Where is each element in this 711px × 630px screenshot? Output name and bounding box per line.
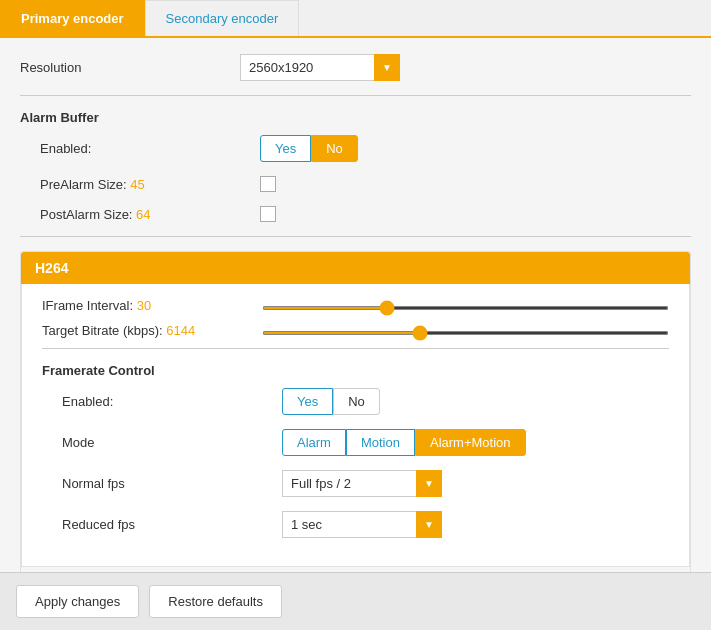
- target-bitrate-label: Target Bitrate (kbps): 6144: [42, 323, 262, 338]
- framerate-control-section: Framerate Control Enabled: Yes No Mode A…: [42, 363, 669, 538]
- target-bitrate-row: Target Bitrate (kbps): 6144: [42, 323, 669, 338]
- reduced-fps-select[interactable]: 1 sec 2 sec 5 sec: [282, 511, 442, 538]
- framerate-enabled-row: Enabled: Yes No: [42, 388, 669, 415]
- normal-fps-label: Normal fps: [62, 476, 282, 491]
- main-content: Resolution 2560x1920 1920x1080 1280x720 …: [0, 38, 711, 572]
- prealarm-checkbox[interactable]: [260, 176, 276, 192]
- prealarm-row: PreAlarm Size: 45: [20, 176, 691, 192]
- iframe-interval-label: IFrame Interval: 30: [42, 298, 262, 313]
- normal-fps-row: Normal fps Full fps / 2 Full fps Full fp…: [42, 470, 669, 497]
- divider-1: [20, 95, 691, 96]
- alarm-buffer-title: Alarm Buffer: [20, 110, 691, 125]
- iframe-interval-slider-wrapper: [262, 298, 669, 313]
- resolution-row: Resolution 2560x1920 1920x1080 1280x720 …: [20, 54, 691, 81]
- prealarm-value: 45: [130, 177, 144, 192]
- alarm-buffer-no-button[interactable]: No: [311, 135, 358, 162]
- h264-header: H264: [21, 252, 690, 284]
- alarm-buffer-section: Alarm Buffer Enabled: Yes No PreAlarm Si…: [20, 110, 691, 222]
- tab-bar: Primary encoder Secondary encoder: [0, 0, 711, 38]
- footer: Apply changes Restore defaults: [0, 572, 711, 630]
- reduced-fps-row: Reduced fps 1 sec 2 sec 5 sec ▼: [42, 511, 669, 538]
- reduced-fps-label: Reduced fps: [62, 517, 282, 532]
- normal-fps-select-wrapper: Full fps / 2 Full fps Full fps / 4 ▼: [282, 470, 442, 497]
- resolution-select-wrapper: 2560x1920 1920x1080 1280x720 640x480 ▼: [240, 54, 400, 81]
- iframe-interval-slider[interactable]: [262, 306, 669, 310]
- mode-alarm-button[interactable]: Alarm: [282, 429, 346, 456]
- target-bitrate-value: 6144: [166, 323, 195, 338]
- alarm-buffer-enabled-group: Yes No: [260, 135, 358, 162]
- h264-box: H264 IFrame Interval: 30 Target Bitrate …: [20, 251, 691, 572]
- normal-fps-select[interactable]: Full fps / 2 Full fps Full fps / 4: [282, 470, 442, 497]
- target-bitrate-slider-wrapper: [262, 323, 669, 338]
- restore-defaults-button[interactable]: Restore defaults: [149, 585, 282, 618]
- postalarm-label: PostAlarm Size: 64: [40, 207, 260, 222]
- mode-motion-button[interactable]: Motion: [346, 429, 415, 456]
- divider-3: [42, 348, 669, 349]
- framerate-mode-group: Alarm Motion Alarm+Motion: [282, 429, 526, 456]
- postalarm-row: PostAlarm Size: 64: [20, 206, 691, 222]
- postalarm-checkbox[interactable]: [260, 206, 276, 222]
- resolution-label: Resolution: [20, 60, 240, 75]
- reduced-fps-select-wrapper: 1 sec 2 sec 5 sec ▼: [282, 511, 442, 538]
- framerate-no-button[interactable]: No: [333, 388, 380, 415]
- framerate-control-title: Framerate Control: [42, 363, 669, 378]
- apply-changes-button[interactable]: Apply changes: [16, 585, 139, 618]
- tab-secondary[interactable]: Secondary encoder: [145, 0, 300, 36]
- framerate-yes-button[interactable]: Yes: [282, 388, 333, 415]
- alarm-buffer-yes-button[interactable]: Yes: [260, 135, 311, 162]
- mode-alarm-motion-button[interactable]: Alarm+Motion: [415, 429, 526, 456]
- framerate-mode-row: Mode Alarm Motion Alarm+Motion: [42, 429, 669, 456]
- iframe-interval-row: IFrame Interval: 30: [42, 298, 669, 313]
- target-bitrate-slider[interactable]: [262, 331, 669, 335]
- resolution-select[interactable]: 2560x1920 1920x1080 1280x720 640x480: [240, 54, 400, 81]
- iframe-interval-value: 30: [137, 298, 151, 313]
- divider-2: [20, 236, 691, 237]
- postalarm-value: 64: [136, 207, 150, 222]
- h264-content: IFrame Interval: 30 Target Bitrate (kbps…: [21, 284, 690, 567]
- framerate-mode-label: Mode: [62, 435, 282, 450]
- prealarm-label: PreAlarm Size: 45: [40, 177, 260, 192]
- alarm-buffer-enabled-row: Enabled: Yes No: [20, 135, 691, 162]
- tab-primary[interactable]: Primary encoder: [0, 0, 145, 36]
- framerate-enabled-label: Enabled:: [62, 394, 282, 409]
- framerate-enabled-group: Yes No: [282, 388, 380, 415]
- alarm-buffer-enabled-label: Enabled:: [40, 141, 260, 156]
